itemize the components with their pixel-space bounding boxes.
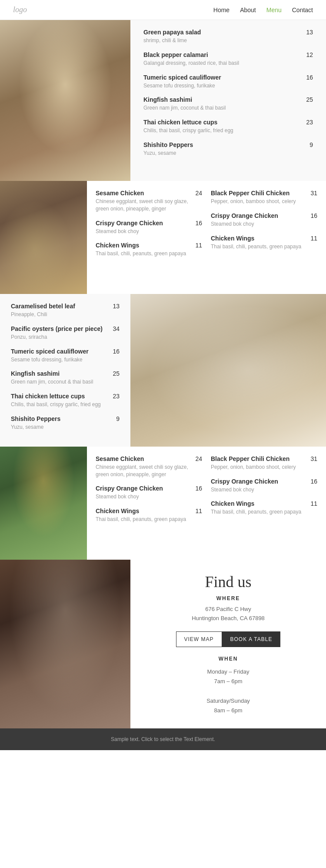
menu-col-right: Black Pepper Chili Chicken Pepper, onion… bbox=[211, 190, 317, 285]
menu-item: Chicken Wings Thai basil, chili, peanuts… bbox=[96, 507, 202, 523]
footer-text: Sample text. Click to select the Text El… bbox=[8, 736, 318, 742]
logo: logo bbox=[13, 5, 27, 14]
menu-item: Caramelised betel leaf Pineapple, Chili … bbox=[11, 303, 120, 318]
hero-image bbox=[0, 20, 130, 181]
section-outdoor: Sesame Chicken Chinese eggplant, sweet c… bbox=[0, 447, 326, 560]
nav-home[interactable]: Home bbox=[213, 7, 230, 13]
menu-item: Crispy Orange Chicken Steamed bok choy 1… bbox=[211, 478, 317, 494]
menu-item: Black Pepper Chili Chicken Pepper, onion… bbox=[211, 455, 317, 471]
view-map-button[interactable]: VIEW MAP bbox=[176, 631, 222, 647]
menu-item: Chicken Wings Thai basil, chili, peanuts… bbox=[96, 242, 202, 257]
hours: Monday – Friday 7am – 6pm Saturday/Sunda… bbox=[148, 667, 309, 715]
nav-links: Home About Menu Contact bbox=[213, 7, 313, 13]
section-table: Caramelised betel leaf Pineapple, Chili … bbox=[0, 294, 326, 447]
menu-col-right: Black Pepper Chili Chicken Pepper, onion… bbox=[211, 455, 317, 551]
hero-menu: Green papaya salad shrimp, chili & lime … bbox=[130, 20, 326, 181]
menu-col-left: Sesame Chicken Chinese eggplant, sweet c… bbox=[96, 190, 202, 285]
menu-item: Tumeric spiced cauliflower Sesame tofu d… bbox=[143, 74, 313, 90]
nav-contact[interactable]: Contact bbox=[292, 7, 313, 13]
nav-menu[interactable]: Menu bbox=[266, 7, 282, 13]
find-us-content: Find us WHERE 676 Pacific C Hwy Huntingt… bbox=[130, 560, 326, 728]
hero-section: Green papaya salad shrimp, chili & lime … bbox=[0, 20, 326, 181]
navigation: logo Home About Menu Contact bbox=[0, 0, 326, 20]
menu-item: Pacific oysters (price per piece) Ponzu,… bbox=[11, 325, 120, 341]
section-dishes: Sesame Chicken Chinese eggplant, sweet c… bbox=[0, 181, 326, 294]
when-label: WHEN bbox=[148, 656, 309, 662]
menu-item: Crispy Orange Chicken Steamed bok choy 1… bbox=[96, 220, 202, 235]
nav-about[interactable]: About bbox=[240, 7, 256, 13]
menu-item: Sesame Chicken Chinese eggplant, sweet c… bbox=[96, 190, 202, 213]
menu-item: Kingfish sashimi Green nam jim, coconut … bbox=[143, 96, 313, 112]
menu-item: Tumeric spiced cauliflower Sesame tofu d… bbox=[11, 348, 120, 364]
outdoor-menu: Sesame Chicken Chinese eggplant, sweet c… bbox=[87, 447, 326, 560]
menu-item: Chicken Wings Thai basil, chili, peanuts… bbox=[211, 235, 317, 250]
action-buttons: VIEW MAP BOOK A TABLE bbox=[148, 631, 309, 647]
table-menu: Caramelised betel leaf Pineapple, Chili … bbox=[0, 294, 130, 447]
find-us-title: Find us bbox=[148, 573, 309, 591]
menu-item: Shishito Peppers Yuzu, sesame 9 bbox=[143, 141, 313, 157]
address: 676 Pacific C Hwy Huntington Beach, CA 6… bbox=[148, 605, 309, 623]
menu-item: Chicken Wings Thai basil, chili, peanuts… bbox=[211, 500, 317, 516]
menu-col-left: Sesame Chicken Chinese eggplant, sweet c… bbox=[96, 455, 202, 551]
outdoor-image bbox=[0, 447, 87, 560]
menu-item: Crispy Orange Chicken Steamed bok choy 1… bbox=[96, 485, 202, 501]
food-overhead-image bbox=[0, 20, 130, 181]
menu-item: Thai chicken lettuce cups Chilis, thai b… bbox=[143, 119, 313, 134]
book-table-button[interactable]: BOOK A TABLE bbox=[222, 631, 281, 647]
menu-item: Crispy Orange Chicken Steamed bok choy 1… bbox=[211, 212, 317, 228]
section-find-us: Find us WHERE 676 Pacific C Hwy Huntingt… bbox=[0, 560, 326, 728]
dishes-menu: Sesame Chicken Chinese eggplant, sweet c… bbox=[87, 181, 326, 294]
footer: Sample text. Click to select the Text El… bbox=[0, 728, 326, 750]
menu-item: Kingfish sashimi Green nam jim, coconut … bbox=[11, 370, 120, 386]
menu-item: Green papaya salad shrimp, chili & lime … bbox=[143, 29, 313, 44]
menu-item: Thai chicken lettuce cups Chilis, thai b… bbox=[11, 393, 120, 408]
waiter-image bbox=[0, 560, 130, 728]
menu-item: Shishito Peppers Yuzu, sesame 9 bbox=[11, 415, 120, 431]
dishes-image bbox=[0, 181, 87, 294]
menu-item: Sesame Chicken Chinese eggplant, sweet c… bbox=[96, 455, 202, 478]
menu-item: Black Pepper Chili Chicken Pepper, onion… bbox=[211, 190, 317, 205]
restaurant-table-image bbox=[130, 294, 326, 447]
where-label: WHERE bbox=[148, 595, 309, 601]
menu-item: Black pepper calamari Galangal dressing,… bbox=[143, 51, 313, 67]
